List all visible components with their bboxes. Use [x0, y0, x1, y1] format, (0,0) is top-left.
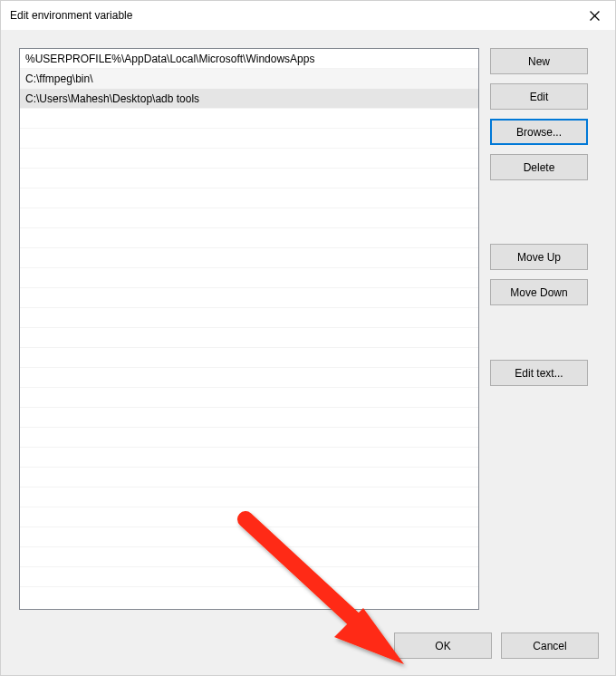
list-item[interactable]: C:\Users\Mahesh\Desktop\adb tools: [20, 89, 478, 109]
titlebar: Edit environment variable: [1, 1, 615, 30]
list-empty-row: [20, 208, 478, 228]
dialog-footer: OK Cancel: [394, 633, 599, 659]
list-empty-row: [20, 228, 478, 248]
close-button[interactable]: [573, 1, 615, 30]
list-empty-row: [20, 567, 478, 587]
list-empty-row: [20, 448, 478, 468]
list-empty-row: [20, 468, 478, 488]
list-empty-row: [20, 428, 478, 448]
list-empty-row: [20, 268, 478, 288]
list-empty-row: [20, 368, 478, 388]
list-empty-row: [20, 188, 478, 208]
list-empty-row: [20, 507, 478, 527]
list-empty-row: [20, 348, 478, 368]
browse-button[interactable]: Browse...: [490, 119, 588, 145]
cancel-button[interactable]: Cancel: [501, 633, 599, 659]
dialog-body: %USERPROFILE%\AppData\Local\Microsoft\Wi…: [1, 30, 615, 675]
move-up-button[interactable]: Move Up: [490, 244, 588, 270]
list-empty-row: [20, 129, 478, 149]
path-listbox[interactable]: %USERPROFILE%\AppData\Local\Microsoft\Wi…: [19, 48, 479, 610]
list-empty-row: [20, 488, 478, 507]
list-item[interactable]: %USERPROFILE%\AppData\Local\Microsoft\Wi…: [20, 49, 478, 69]
list-empty-row: [20, 388, 478, 408]
list-empty-row: [20, 328, 478, 348]
side-buttons: New Edit Browse... Delete Move Up Move D…: [490, 48, 588, 610]
list-empty-row: [20, 109, 478, 129]
close-icon: [590, 11, 600, 21]
edit-button[interactable]: Edit: [490, 83, 588, 110]
list-empty-row: [20, 308, 478, 328]
dialog-title: Edit environment variable: [10, 9, 132, 22]
move-down-button[interactable]: Move Down: [490, 279, 588, 305]
new-button[interactable]: New: [490, 48, 588, 74]
list-empty-row: [20, 288, 478, 308]
edit-text-button[interactable]: Edit text...: [490, 360, 588, 386]
list-empty-row: [20, 527, 478, 547]
list-empty-row: [20, 408, 478, 428]
list-empty-row: [20, 149, 478, 169]
list-empty-row: [20, 248, 478, 268]
list-empty-row: [20, 547, 478, 567]
list-empty-row: [20, 169, 478, 188]
ok-button[interactable]: OK: [394, 633, 492, 659]
list-item[interactable]: C:\ffmpeg\bin\: [20, 69, 478, 89]
delete-button[interactable]: Delete: [490, 154, 588, 180]
